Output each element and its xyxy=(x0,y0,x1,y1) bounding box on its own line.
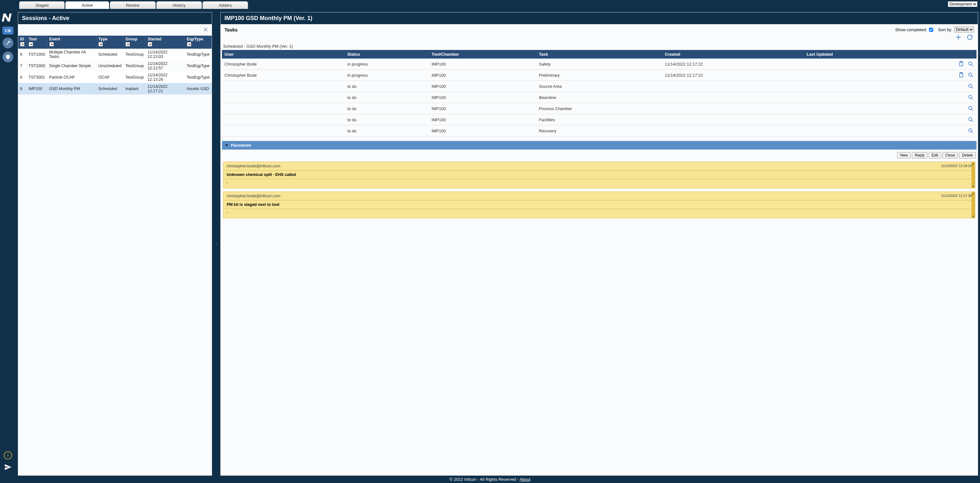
session-cell-id: 6 xyxy=(18,49,27,60)
send-icon[interactable] xyxy=(4,463,12,472)
svg-point-2 xyxy=(969,62,972,65)
magnify-icon[interactable] xyxy=(967,61,974,67)
magnify-icon[interactable] xyxy=(967,127,974,134)
tab-active[interactable]: Active xyxy=(65,1,109,9)
sessions-col-type[interactable]: Type xyxy=(97,36,124,49)
session-cell-tool: TST3001 xyxy=(27,71,48,83)
passdown-edit-button[interactable]: Edit xyxy=(929,152,941,159)
session-cell-event: GSD Monthly PM xyxy=(47,83,96,94)
svg-point-9 xyxy=(969,118,972,121)
task-row[interactable]: to doIMP100Facilities xyxy=(222,114,977,126)
passdown-delete-button[interactable]: Delete xyxy=(959,152,976,159)
session-row[interactable]: 6TST100SMultiple Chamber All TasksSchedu… xyxy=(18,49,212,60)
session-row[interactable]: 8TST3001Particle OCAPOCAPTestGroup11/14/… xyxy=(18,71,212,83)
magnify-icon[interactable] xyxy=(967,116,974,123)
passdown-from: christopher.bode@inficon.com xyxy=(227,194,280,198)
task-row[interactable]: to doIMP100Recovery xyxy=(222,126,977,137)
passdown-header[interactable]: Passdown xyxy=(222,141,977,149)
sessions-col-eqptype[interactable]: EqpType xyxy=(185,36,212,49)
task-row[interactable]: to doIMP100Source Area xyxy=(222,81,977,92)
task-cell-status: to do xyxy=(345,92,429,103)
session-cell-eqptype: TestEqpType xyxy=(185,71,212,83)
filter-dropdown-icon[interactable] xyxy=(49,42,54,46)
passdown-scrollbar[interactable] xyxy=(972,162,975,188)
task-row[interactable]: Christopher Bodein progressIMP100Prelimi… xyxy=(222,70,977,81)
filter-dropdown-icon[interactable] xyxy=(29,42,33,46)
tasks-col-created: Created xyxy=(662,50,804,59)
task-cell-created xyxy=(662,126,804,137)
alert-icon[interactable]: ! xyxy=(4,451,12,459)
sort-by-select[interactable]: Default xyxy=(954,27,974,32)
tab-review[interactable]: Review xyxy=(110,1,156,9)
passdown-new-button[interactable]: New xyxy=(897,152,911,159)
close-icon[interactable] xyxy=(203,27,208,33)
task-cell-status: to do xyxy=(345,103,429,114)
task-cell-created xyxy=(662,114,804,126)
filter-dropdown-icon[interactable] xyxy=(99,42,103,46)
wrench-icon[interactable] xyxy=(3,38,13,48)
clipboard-icon[interactable] xyxy=(958,72,964,78)
magnify-icon[interactable] xyxy=(967,105,974,112)
session-cell-id: 8 xyxy=(18,71,27,83)
main-shell: CB ! Sessions - Active IDToolEventTypeGr… xyxy=(0,10,980,476)
session-cell-eqptype: TestEqpType xyxy=(185,49,212,60)
show-completed-checkbox[interactable] xyxy=(929,28,933,32)
sessions-col-event[interactable]: Event xyxy=(47,36,96,49)
session-row[interactable]: 7TST200SSingle Chamber SimpleUnscheduled… xyxy=(18,60,212,71)
session-cell-event: Multiple Chamber All Tasks xyxy=(47,49,96,60)
about-link[interactable]: About xyxy=(520,477,530,482)
task-cell-updated xyxy=(804,70,907,81)
refresh-icon[interactable] xyxy=(966,34,973,41)
task-cell-user xyxy=(222,103,345,114)
tab-adders[interactable]: Adders xyxy=(202,1,248,9)
sort-by-label: Sort by: xyxy=(938,27,952,32)
passdown-title: Passdown xyxy=(231,143,251,148)
session-cell-group: TestGroup xyxy=(124,60,146,71)
panel-divider[interactable]: ⋮ xyxy=(215,12,217,476)
footer: © 2022 Inficon - All Rights Reserved - A… xyxy=(0,476,980,483)
user-avatar-badge[interactable]: CB xyxy=(3,27,13,34)
task-cell-status: in progress xyxy=(345,70,429,81)
sessions-col-tool[interactable]: Tool xyxy=(27,36,48,49)
tab-staged[interactable]: Staged xyxy=(19,1,65,9)
tasks-col-toolchamber: Tool/Chamber xyxy=(429,50,536,59)
filter-dropdown-icon[interactable] xyxy=(148,42,152,46)
sessions-col-id[interactable]: ID xyxy=(18,36,27,49)
passdown-button-bar: NewReplyEditCloseDelete xyxy=(221,149,978,160)
session-row[interactable]: 9IMP100GSD Monthly PMScheduledImplant11/… xyxy=(18,83,212,94)
magnify-icon[interactable] xyxy=(967,94,974,100)
task-cell-created xyxy=(662,81,804,92)
environment-select[interactable]: Development xyxy=(948,1,977,7)
tasks-col-lastupdated: Last Updated xyxy=(804,50,907,59)
add-icon[interactable] xyxy=(955,34,962,41)
task-cell-user xyxy=(222,114,345,126)
passdown-close-button[interactable]: Close xyxy=(942,152,958,159)
task-row[interactable]: Christopher Bodein progressIMP100Safety1… xyxy=(222,59,977,70)
shield-icon[interactable] xyxy=(3,52,13,62)
task-cell-tool: IMP100 xyxy=(429,126,536,137)
passdown-scrollbar[interactable] xyxy=(972,192,975,218)
session-cell-id: 9 xyxy=(18,83,27,94)
filter-dropdown-icon[interactable] xyxy=(20,42,24,46)
passdown-timestamp: 11/14/2022 12:17:38 xyxy=(941,194,972,198)
clipboard-icon[interactable] xyxy=(958,61,964,67)
filter-dropdown-icon[interactable] xyxy=(126,42,130,46)
sessions-col-started[interactable]: Started xyxy=(145,36,185,49)
task-cell-updated xyxy=(804,92,907,103)
task-cell-status: in progress xyxy=(345,59,429,70)
sessions-col-group[interactable]: Group xyxy=(124,36,146,49)
magnify-icon[interactable] xyxy=(967,72,974,78)
task-cell-task: Process Chamber xyxy=(536,103,662,114)
passdown-reply-button[interactable]: Reply xyxy=(912,152,928,159)
session-cell-started: 11/14/2022 12:13:26 xyxy=(145,71,185,83)
session-cell-id: 7 xyxy=(18,60,27,71)
task-row[interactable]: to doIMP100Beamline xyxy=(222,92,977,103)
filter-dropdown-icon[interactable] xyxy=(187,42,191,46)
tab-set: StagedActiveReviewHistoryAdders xyxy=(19,0,248,9)
passdown-note[interactable]: christopher.bode@inficon.com11/14/2022 1… xyxy=(223,162,975,188)
passdown-note[interactable]: christopher.bode@inficon.com11/14/2022 1… xyxy=(223,192,975,218)
magnify-icon[interactable] xyxy=(967,83,974,89)
tab-history[interactable]: History xyxy=(156,1,202,9)
task-row[interactable]: to doIMP100Process Chamber xyxy=(222,103,977,114)
session-cell-group: TestGroup xyxy=(124,71,146,83)
